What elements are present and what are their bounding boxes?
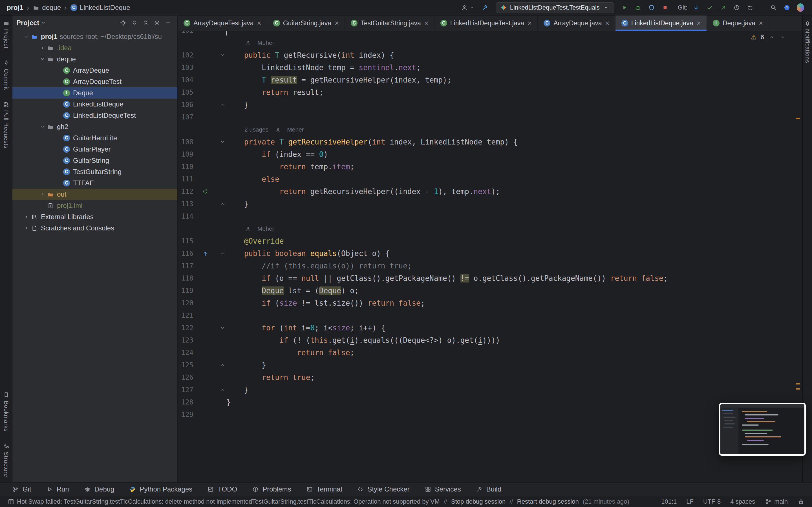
fold-up-icon[interactable] bbox=[218, 99, 227, 111]
code-text[interactable]: return getRecursiveHelper((index - 1), t… bbox=[226, 185, 500, 198]
tool-window-git[interactable]: Git bbox=[12, 485, 31, 493]
tree-item-guitarplayer[interactable]: CGuitarPlayer bbox=[12, 144, 177, 155]
chevron-down-icon[interactable] bbox=[22, 34, 31, 39]
screenshot-preview[interactable] bbox=[719, 403, 806, 456]
close-tab-icon[interactable]: × bbox=[527, 19, 532, 27]
tree-item-out[interactable]: out bbox=[12, 189, 177, 200]
code-text[interactable]: } bbox=[226, 384, 248, 396]
tab-arraydequetest-java[interactable]: CArrayDequeTest.java× bbox=[177, 15, 267, 31]
code-text[interactable]: return false; bbox=[226, 346, 354, 359]
run-button[interactable] bbox=[620, 2, 629, 13]
tool-window-todo[interactable]: TODO bbox=[207, 485, 237, 493]
status-link-stop-debug-session[interactable]: Stop debug session bbox=[451, 498, 506, 505]
line-number[interactable]: 126 bbox=[177, 371, 193, 384]
line-number[interactable]: 103 bbox=[177, 61, 193, 74]
profile-button[interactable] bbox=[796, 2, 805, 13]
line-number[interactable]: 123 bbox=[177, 334, 193, 346]
line-number[interactable]: 114 bbox=[177, 210, 193, 223]
debug-button[interactable] bbox=[633, 2, 643, 13]
code-text[interactable]: //if (this.equals(o)) return true; bbox=[226, 260, 412, 272]
close-tab-icon[interactable]: × bbox=[759, 19, 763, 27]
ide-update-button[interactable] bbox=[782, 2, 792, 13]
tool-window-run[interactable]: Run bbox=[46, 485, 69, 493]
close-tab-icon[interactable]: × bbox=[605, 19, 609, 27]
tree-item-deque[interactable]: IDeque bbox=[12, 87, 177, 99]
rollback-button[interactable] bbox=[746, 2, 755, 13]
tree-item-idea[interactable]: .idea bbox=[12, 42, 177, 54]
code-text[interactable]: if (size != lst.size()) return false; bbox=[226, 297, 425, 309]
line-number[interactable]: 111 bbox=[177, 173, 193, 185]
tool-stripe-structure[interactable]: Structure bbox=[3, 442, 10, 477]
push-button[interactable] bbox=[718, 2, 728, 13]
tree-item-deque[interactable]: deque bbox=[12, 54, 177, 65]
tool-window-services[interactable]: Services bbox=[424, 485, 461, 493]
line-number[interactable]: 106 bbox=[177, 99, 193, 111]
code-text[interactable]: return result; bbox=[226, 86, 323, 99]
status-link-restart-debug-session[interactable]: Restart debug session bbox=[517, 498, 579, 505]
tree-item-linkedlistdeque[interactable]: CLinkedListDeque bbox=[12, 99, 177, 110]
line-number[interactable]: 117 bbox=[177, 260, 193, 272]
line-number[interactable]: 112 bbox=[177, 185, 193, 198]
line-number[interactable]: 120 bbox=[177, 297, 193, 309]
chevron-down-icon[interactable] bbox=[41, 20, 46, 25]
code-text[interactable]: if (o == null || getClass().getPackageNa… bbox=[226, 272, 668, 284]
code-text[interactable]: public T getRecursive(int index) { bbox=[226, 49, 394, 61]
git-branch-widget[interactable]: main bbox=[765, 498, 788, 505]
code-text[interactable]: T result = getRecursiveHelper(index, tem… bbox=[226, 74, 451, 86]
tab-deque-java[interactable]: IDeque.java× bbox=[707, 15, 769, 31]
tool-windows-button[interactable] bbox=[7, 498, 15, 505]
prev-problem-icon[interactable] bbox=[768, 34, 775, 41]
build-button[interactable] bbox=[480, 2, 490, 13]
recursion-gutter-icon[interactable] bbox=[199, 185, 211, 198]
code-text[interactable]: @Override bbox=[226, 235, 284, 247]
tool-stripe-bookmarks[interactable]: Bookmarks bbox=[3, 391, 10, 432]
code-text[interactable]: } bbox=[226, 99, 248, 111]
line-number[interactable]: 128 bbox=[177, 396, 193, 408]
update-project-button[interactable] bbox=[691, 2, 701, 13]
code-text[interactable]: private T getRecursiveHelper(int index, … bbox=[226, 136, 518, 148]
tab-linkedlistdeque-java[interactable]: CLinkedListDeque.java× bbox=[615, 15, 707, 31]
tab-linkedlistdequetest-java[interactable]: CLinkedListDequeTest.java× bbox=[435, 15, 538, 31]
tool-stripe-commit[interactable]: Commit bbox=[3, 59, 10, 90]
fold-down-icon[interactable] bbox=[218, 136, 227, 148]
tree-item-proj1-iml[interactable]: proj1.iml bbox=[12, 200, 177, 211]
tree-item-proj1[interactable]: proj1sources root, ~/Desktop/cs61bl/su bbox=[12, 31, 177, 42]
line-number[interactable]: 107 bbox=[177, 111, 193, 123]
line-number[interactable]: 121 bbox=[177, 309, 193, 322]
line-number[interactable]: 124 bbox=[177, 346, 193, 359]
tool-window-problems[interactable]: Problems bbox=[252, 485, 291, 493]
author-hint[interactable]: Meher bbox=[257, 40, 274, 46]
fold-down-icon[interactable] bbox=[218, 247, 227, 260]
tool-window-debug[interactable]: Debug bbox=[84, 485, 114, 493]
locate-button[interactable] bbox=[118, 18, 128, 28]
close-tab-icon[interactable]: × bbox=[335, 19, 339, 27]
tool-stripe-pull-requests[interactable]: Pull Requests bbox=[3, 101, 10, 149]
tree-item-arraydequetest[interactable]: CArrayDequeTest bbox=[12, 76, 177, 87]
line-number[interactable]: 122 bbox=[177, 322, 193, 334]
line-number[interactable]: 104 bbox=[177, 74, 193, 86]
line-separator-widget[interactable]: LF bbox=[686, 498, 694, 505]
author-hint[interactable]: Meher bbox=[257, 225, 274, 232]
line-number[interactable]: 119 bbox=[177, 284, 193, 297]
chevron-right-icon[interactable] bbox=[22, 226, 31, 231]
fold-down-icon[interactable] bbox=[218, 322, 227, 334]
indent-style-widget[interactable]: 4 spaces bbox=[730, 498, 755, 505]
line-number[interactable]: 109 bbox=[177, 148, 193, 161]
history-button[interactable] bbox=[732, 2, 742, 13]
chevron-down-icon[interactable] bbox=[38, 57, 47, 62]
line-number[interactable]: 102 bbox=[177, 49, 193, 61]
line-number[interactable]: 116 bbox=[177, 247, 193, 260]
line-number[interactable]: 101 bbox=[177, 31, 193, 37]
fold-up-icon[interactable] bbox=[218, 384, 227, 396]
chevron-down-icon[interactable] bbox=[38, 124, 47, 129]
tab-testguitarstring-java[interactable]: CTestGuitarString.java× bbox=[345, 15, 435, 31]
fold-up-icon[interactable] bbox=[218, 359, 227, 371]
tree-item-linkedlistdequetest[interactable]: CLinkedListDequeTest bbox=[12, 110, 177, 121]
hide-button[interactable] bbox=[163, 18, 173, 28]
code-text[interactable]: return temp.item; bbox=[226, 161, 354, 173]
line-number[interactable]: 110 bbox=[177, 161, 193, 173]
code-text[interactable]: return true; bbox=[226, 371, 315, 384]
run-config-selector[interactable]: LinkedListDequeTest.TestEquals bbox=[496, 2, 614, 13]
close-tab-icon[interactable]: × bbox=[257, 19, 261, 27]
caret-position-widget[interactable]: 101:1 bbox=[661, 498, 677, 505]
